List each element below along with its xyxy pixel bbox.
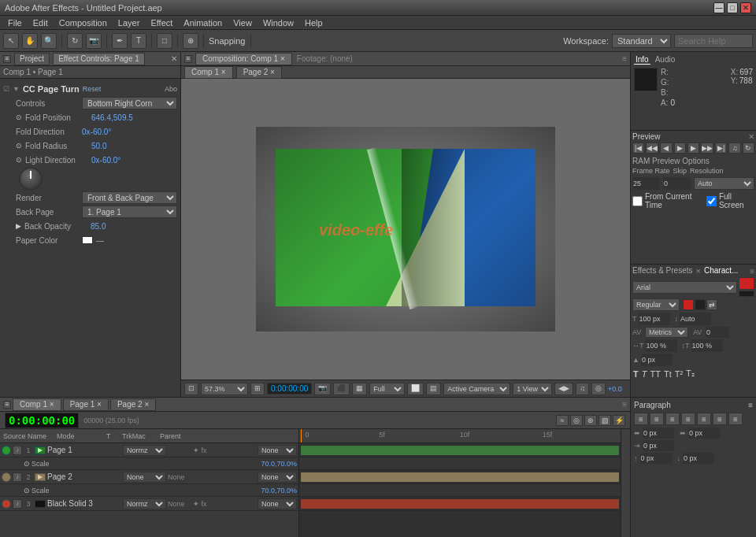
timeline-tab-page2[interactable]: Page 2 ×: [110, 398, 156, 411]
layer-1-audio[interactable]: ♪: [13, 446, 22, 455]
layer-1-vis[interactable]: [2, 446, 11, 455]
layer-3-audio[interactable]: ♪: [13, 499, 22, 509]
effects-panel-menu[interactable]: ≡: [750, 267, 754, 276]
search-help-input[interactable]: [674, 34, 753, 48]
timeline-solo[interactable]: ◎: [570, 415, 583, 426]
comp-panel-menu[interactable]: ≡: [622, 54, 627, 63]
font-name-select[interactable]: Arial Times New Roman: [632, 281, 737, 294]
close-button[interactable]: ✕: [740, 2, 751, 13]
comp-tab-comp1[interactable]: Comp 1 ×: [184, 66, 233, 79]
height-input[interactable]: [691, 339, 723, 352]
comp-toolbar-render[interactable]: ◀▶: [554, 383, 573, 395]
tab-effects-presets[interactable]: Effects & Presets: [632, 266, 693, 276]
preview-last-frame[interactable]: ▶|: [715, 143, 727, 154]
panel-close-btn[interactable]: ✕: [171, 54, 177, 63]
menu-window[interactable]: Window: [258, 17, 298, 28]
tab-composition-comp1[interactable]: Composition: Comp 1 ×: [195, 53, 292, 65]
comp-resolution-select[interactable]: Full Half Quarter Auto: [369, 383, 405, 395]
comp-camera-select[interactable]: Active Camera Camera 1: [443, 383, 510, 395]
layer-2-scale-value[interactable]: 70.0,70.0%: [261, 487, 297, 494]
checkbox-icon[interactable]: ☑: [3, 85, 9, 93]
minimize-button[interactable]: —: [713, 2, 724, 13]
faux-italic-btn[interactable]: T: [641, 368, 648, 380]
para-align-left[interactable]: ≡: [634, 413, 648, 425]
timeline-motion-blur[interactable]: ⊛: [584, 415, 597, 426]
menu-file[interactable]: File: [3, 17, 27, 28]
font-bg-color[interactable]: [739, 291, 754, 297]
menu-edit[interactable]: Edit: [28, 17, 53, 28]
toolbar-puppet-tool[interactable]: ⊕: [183, 33, 198, 49]
baseline-input[interactable]: [641, 354, 673, 366]
timeline-timecode[interactable]: 0:00:00:00: [5, 413, 79, 428]
color-swatch-fg[interactable]: [683, 299, 694, 310]
color-swatch-bg[interactable]: [695, 299, 706, 310]
menu-composition[interactable]: Composition: [54, 17, 112, 28]
layer-2-scale-stopwatch[interactable]: ⊙: [24, 487, 30, 494]
small-caps-btn[interactable]: Tt: [663, 368, 673, 380]
para-justify-center[interactable]: ≡: [697, 413, 711, 425]
full-screen-checkbox[interactable]: [706, 196, 717, 206]
right-indent-input[interactable]: [688, 428, 720, 439]
layer-2-mode[interactable]: None Normal: [123, 472, 166, 483]
preview-close[interactable]: ✕: [748, 132, 754, 141]
light-direction-dial[interactable]: [19, 167, 43, 191]
comp-toggle[interactable]: ≡: [184, 55, 192, 63]
resolution-select[interactable]: Auto Full Half: [694, 177, 754, 190]
fold-radius-value[interactable]: 50.0: [91, 142, 106, 150]
para-align-right[interactable]: ≡: [665, 413, 680, 425]
back-opacity-value[interactable]: 85.0: [91, 222, 106, 231]
menu-animation[interactable]: Animation: [179, 17, 227, 28]
kerning-method-select[interactable]: Metrics Optical: [645, 327, 688, 338]
comp-toolbar-grid[interactable]: ⊞: [250, 383, 265, 395]
menu-effect[interactable]: Effect: [146, 17, 177, 28]
preview-next-frame[interactable]: ▶▶: [701, 143, 713, 154]
preview-audio[interactable]: ♫: [728, 143, 740, 154]
fold-direction-value[interactable]: 0x-60.0°: [82, 128, 111, 136]
render-dropdown[interactable]: Front & Back Page Front Only Back Only: [82, 191, 177, 204]
back-opacity-expand[interactable]: ▶: [16, 222, 21, 230]
toolbar-arrow-tool[interactable]: ↖: [3, 33, 19, 49]
timeline-graph-editor[interactable]: ≈: [556, 415, 569, 426]
layer-1-scale-stopwatch[interactable]: ⊙: [24, 460, 30, 468]
font-style-select[interactable]: Regular Bold Italic: [632, 298, 680, 311]
expand-arrow[interactable]: ▼: [13, 85, 20, 93]
timeline-tab-page1[interactable]: Page 1 ×: [63, 398, 109, 411]
layer-1-mode[interactable]: Normz Normal: [123, 445, 166, 456]
para-justify-left[interactable]: ≡: [681, 413, 695, 425]
comp-toolbar-solo[interactable]: ◎: [591, 383, 606, 395]
layer-3-mode[interactable]: Normz Normal: [123, 498, 166, 509]
tab-info[interactable]: Info: [634, 55, 650, 65]
light-dir-stopwatch[interactable]: ⊙: [16, 156, 22, 164]
timeline-draft[interactable]: ⚡: [613, 415, 625, 426]
timeline-tab-comp1[interactable]: Comp 1 ×: [13, 398, 61, 411]
timeline-frame-blend[interactable]: ▧: [598, 415, 611, 426]
tab-audio[interactable]: Audio: [654, 55, 677, 65]
superscript-btn[interactable]: T²: [674, 368, 684, 380]
playhead[interactable]: [301, 429, 302, 443]
preview-loop[interactable]: ↻: [743, 143, 754, 154]
paper-color-swatch[interactable]: [82, 236, 93, 244]
reset-button[interactable]: Reset: [83, 85, 102, 93]
tracking-input[interactable]: [706, 327, 729, 338]
first-indent-input[interactable]: [643, 440, 674, 451]
fold-radius-stopwatch[interactable]: ⊙: [16, 142, 22, 150]
preview-play[interactable]: ▶: [674, 143, 686, 154]
from-current-checkbox[interactable]: [632, 196, 643, 206]
maximize-button[interactable]: □: [727, 2, 738, 13]
preview-next[interactable]: ▶: [687, 143, 699, 154]
timeline-menu[interactable]: ≡: [622, 400, 627, 409]
comp-tab-page2[interactable]: Page 2 ×: [236, 66, 282, 79]
para-align-center[interactable]: ≡: [650, 413, 664, 425]
toolbar-hand-tool[interactable]: ✋: [22, 33, 38, 49]
toolbar-camera-tool[interactable]: 📷: [86, 33, 102, 49]
layer-2-vis[interactable]: [2, 472, 11, 482]
frame-rate-input[interactable]: [632, 177, 660, 190]
toolbar-rotate-tool[interactable]: ↻: [67, 33, 83, 49]
comp-toolbar-snap[interactable]: ⊡: [184, 383, 198, 395]
para-justify-all[interactable]: ≡: [728, 413, 743, 425]
layer-3-parent[interactable]: None: [258, 498, 297, 509]
all-caps-btn[interactable]: TT: [649, 368, 661, 380]
layer-3-vis[interactable]: [2, 499, 11, 509]
layer-1-parent[interactable]: None: [258, 445, 297, 456]
space-after-input[interactable]: [683, 453, 714, 464]
